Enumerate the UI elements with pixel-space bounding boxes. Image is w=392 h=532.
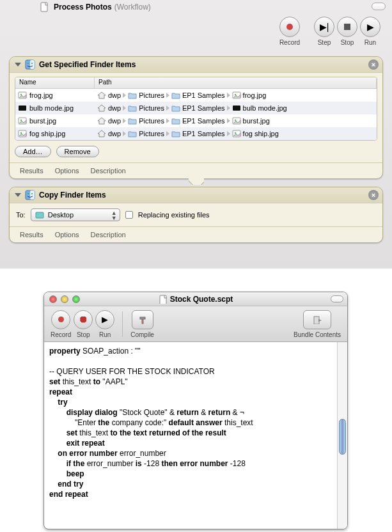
folder-icon [171,116,180,125]
tab-description[interactable]: Description [91,167,126,175]
chevron-right-icon [166,106,169,111]
chevron-right-icon [166,118,169,123]
run-button[interactable]: ▶ [95,310,114,329]
tab-options[interactable]: Options [55,231,79,239]
connector-notch [189,178,204,185]
automator-toolbar: Record ▶| ▶ Step Stop Run [0,14,392,56]
file-name: bulb mode.jpg [29,104,74,112]
compile-label: Compile [130,331,154,338]
file-name: burst.jpg [29,117,56,125]
chevron-right-icon [123,106,126,111]
record-label: Record [279,39,300,46]
play-icon: ▶ [367,22,374,32]
path-segment: EP1 Samples [182,91,225,99]
folder-icon [171,104,180,113]
file-icon [232,116,241,125]
tab-results[interactable]: Results [20,231,43,239]
path-segment: Pictures [139,91,164,99]
script-titlebar[interactable]: Stock Quote.scpt [44,292,347,306]
path-segment: burst.jpg [243,117,270,125]
hammer-icon [138,315,147,324]
path-segment: EP1 Samples [182,104,225,112]
stop-label: Stop [336,39,359,46]
finder-icon [25,59,35,70]
path-segment: frog.jpg [243,91,267,99]
tab-description[interactable]: Description [91,231,126,239]
chevron-right-icon [227,93,230,98]
minimize-window-button[interactable] [61,295,68,303]
script-doc-icon [159,295,168,304]
table-row[interactable]: frog.jpgdwpPicturesEP1 Samplesfrog.jpg [15,89,377,102]
file-icon [18,91,27,100]
run-label: Run [99,331,111,338]
record-button[interactable] [51,310,70,329]
stop-label: Stop [77,331,90,338]
destination-value: Desktop [48,211,74,219]
script-editor-window: Stock Quote.scpt Record Stop ▶ Run Compi… [43,292,348,529]
path-segment: Pictures [139,130,164,137]
record-button[interactable] [279,17,300,37]
home-icon [97,116,106,125]
finder-icon [25,190,35,200]
tab-results[interactable]: Results [20,167,43,175]
toolbar-toggle-pill[interactable] [331,295,343,302]
window-subtitle: (Workflow) [114,3,151,12]
step-button[interactable]: ▶| [314,17,334,37]
file-icon [18,129,27,138]
path-segment: dwp [108,130,121,137]
path-segment: EP1 Samples [182,130,225,137]
automator-window: Process Photos (Workflow) Record ▶| ▶ St… [0,0,392,269]
step-icon: ▶| [320,22,329,32]
window-title: Process Photos [54,3,112,12]
disclosure-triangle[interactable] [15,193,21,197]
close-icon[interactable]: × [368,59,379,70]
chevron-right-icon [227,131,230,136]
stop-button[interactable] [337,17,357,37]
scrollbar-thumb[interactable] [339,419,346,455]
file-icon [18,116,27,125]
file-table: Name Path frog.jpgdwpPicturesEP1 Samples… [15,77,377,141]
step-label: Step [313,39,336,46]
close-window-button[interactable] [49,295,57,303]
column-header-path[interactable]: Path [95,77,377,88]
zoom-window-button[interactable] [72,295,80,303]
column-header-name[interactable]: Name [15,77,95,88]
table-row[interactable]: bulb mode.jpgdwpPicturesEP1 Samplesbulb … [15,102,377,114]
folder-icon [128,116,137,125]
action-title: Get Specified Finder Items [39,60,136,69]
play-icon: ▶ [102,315,108,324]
toolbar-toggle-pill[interactable] [372,3,386,10]
run-button[interactable]: ▶ [360,17,380,37]
file-icon [232,129,241,138]
scrollbar-track[interactable] [337,342,347,529]
bundle-label: Bundle Contents [294,331,341,338]
chevron-right-icon [123,131,126,136]
window-titlebar: Process Photos (Workflow) [0,0,392,14]
chevron-right-icon [166,93,169,98]
folder-icon [128,91,137,100]
to-label: To: [16,211,26,219]
close-icon[interactable]: × [368,190,379,200]
stop-icon [80,317,86,323]
script-title: Stock Quote.scpt [170,295,233,304]
disclosure-triangle[interactable] [15,63,21,66]
remove-button[interactable]: Remove [56,146,99,157]
file-icon [232,104,241,113]
bundle-icon [313,315,322,324]
chevron-right-icon [123,93,126,98]
chevron-right-icon [227,106,230,111]
destination-dropdown[interactable]: Desktop ▲▼ [31,208,120,221]
table-row[interactable]: fog ship.jpgdwpPicturesEP1 Samplesfog sh… [15,127,377,140]
action-copy-finder-items: Copy Finder Items × To: Desktop ▲▼ Repla… [9,187,383,243]
bundle-contents-button[interactable] [303,310,331,329]
file-name: fog ship.jpg [29,130,65,137]
script-code-area[interactable]: property SOAP_action : "" -- QUERY USER … [44,342,337,529]
tab-options[interactable]: Options [55,167,79,175]
add-button[interactable]: Add… [15,146,51,157]
replace-checkbox[interactable] [125,211,133,219]
path-segment: fog ship.jpg [243,130,279,137]
compile-button[interactable] [132,310,153,329]
run-label: Run [359,39,382,46]
table-row[interactable]: burst.jpgdwpPicturesEP1 Samplesburst.jpg [15,114,377,127]
stop-button[interactable] [74,310,93,329]
